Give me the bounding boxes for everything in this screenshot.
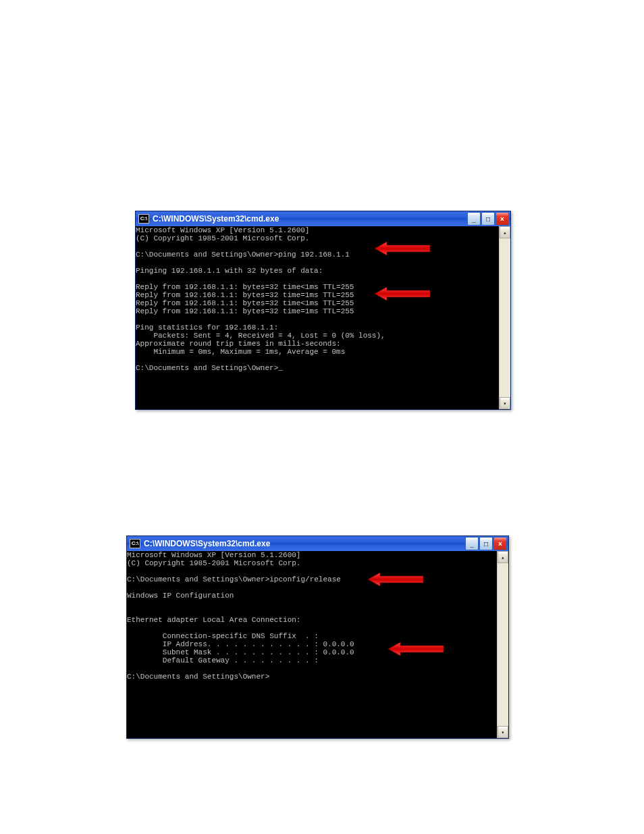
scroll-track[interactable]	[498, 563, 508, 726]
scroll-up-button[interactable]: ▴	[500, 226, 510, 238]
console-body: Microsoft Windows XP [Version 5.1.2600] …	[127, 551, 508, 738]
minimize-button[interactable]: _	[467, 212, 481, 226]
titlebar[interactable]: C:\ C:\WINDOWS\System32\cmd.exe _ □ ×	[136, 211, 510, 226]
scroll-down-button[interactable]: ▾	[500, 397, 510, 409]
close-button[interactable]: ×	[493, 537, 507, 550]
close-button[interactable]: ×	[495, 212, 509, 226]
scroll-up-button[interactable]: ▴	[498, 551, 508, 563]
window-title: C:\WINDOWS\System32\cmd.exe	[144, 539, 464, 548]
window-controls: _ □ ×	[464, 537, 507, 550]
vertical-scrollbar[interactable]: ▴ ▾	[499, 226, 510, 409]
cmd-icon: C:\	[130, 539, 140, 548]
cmd-icon: C:\	[138, 214, 149, 224]
scroll-down-button[interactable]: ▾	[498, 726, 508, 738]
titlebar[interactable]: C:\ C:\WINDOWS\System32\cmd.exe _ □ ×	[127, 536, 508, 551]
console-body: Microsoft Windows XP [Version 5.1.2600] …	[136, 226, 510, 409]
cmd-window-ipconfig: C:\ C:\WINDOWS\System32\cmd.exe _ □ × Mi…	[126, 536, 509, 739]
window-title: C:\WINDOWS\System32\cmd.exe	[153, 214, 466, 224]
maximize-button[interactable]: □	[481, 212, 495, 226]
console-output[interactable]: Microsoft Windows XP [Version 5.1.2600] …	[136, 226, 499, 409]
cmd-window-ping: C:\ C:\WINDOWS\System32\cmd.exe _ □ × Mi…	[135, 211, 511, 410]
minimize-button[interactable]: _	[465, 537, 479, 550]
console-output[interactable]: Microsoft Windows XP [Version 5.1.2600] …	[127, 551, 497, 738]
vertical-scrollbar[interactable]: ▴ ▾	[497, 551, 508, 738]
maximize-button[interactable]: □	[479, 537, 493, 550]
scroll-track[interactable]	[500, 238, 510, 397]
window-controls: _ □ ×	[466, 212, 509, 226]
